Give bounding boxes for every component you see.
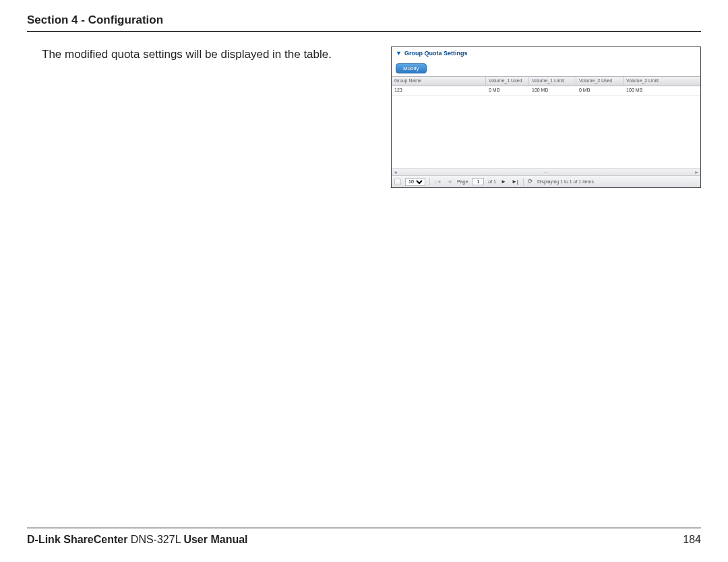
footer-brand-bold: D-Link ShareCenter — [27, 534, 127, 545]
page-input[interactable] — [472, 178, 484, 185]
display-range-label: Displaying 1 to 1 of 1 items — [537, 179, 594, 184]
next-page-icon[interactable]: ► — [500, 179, 507, 185]
col-vol2-limit[interactable]: Volume_2 Limit — [624, 77, 700, 86]
body-text: The modified quota settings will be disp… — [42, 46, 377, 63]
settings-icon[interactable] — [394, 179, 401, 185]
section-title: Section 4 - Configuration — [27, 13, 701, 27]
panel-title: Group Quota Settings — [404, 50, 468, 57]
cell-vol2-used: 0 MB — [576, 86, 624, 95]
modify-button[interactable]: Modify — [396, 63, 427, 73]
page-label: Page — [457, 179, 468, 184]
disclosure-icon[interactable]: ▼ — [396, 51, 402, 57]
cell-vol1-limit: 100 MB — [529, 86, 576, 95]
separator — [429, 178, 430, 186]
scroll-right-icon[interactable]: ► — [694, 170, 699, 175]
refresh-icon[interactable]: ⟳ — [528, 179, 533, 185]
cell-group-name: 123 — [392, 86, 486, 95]
separator — [523, 178, 524, 186]
quota-grid: Group Name Volume_1 Used Volume_1 Limit … — [392, 76, 700, 187]
quota-panel: ▼ Group Quota Settings Modify Group Name… — [391, 46, 701, 188]
panel-title-row: ▼ Group Quota Settings — [392, 47, 700, 59]
pager: 10 |◄ ◄ Page of 1 ► ►| ⟳ Displaying 1 to… — [392, 175, 700, 187]
toolbar: Modify — [392, 59, 700, 76]
cell-vol1-used: 0 MB — [486, 86, 529, 95]
page-header: Section 4 - Configuration — [27, 13, 701, 32]
scroll-track: ··· — [544, 170, 548, 175]
content-row: The modified quota settings will be disp… — [27, 46, 701, 188]
prev-page-icon[interactable]: ◄ — [446, 179, 453, 185]
cell-vol2-limit: 100 MB — [624, 86, 700, 95]
col-vol2-used[interactable]: Volume_2 Used — [576, 77, 624, 86]
footer-model: DNS-327L — [127, 534, 183, 545]
col-vol1-limit[interactable]: Volume_1 Limit — [529, 77, 576, 86]
page-size-select[interactable]: 10 — [405, 178, 425, 186]
col-vol1-used[interactable]: Volume_1 Used — [486, 77, 529, 86]
col-group-name[interactable]: Group Name — [392, 77, 486, 86]
page-number: 184 — [683, 534, 701, 546]
last-page-icon[interactable]: ►| — [511, 179, 519, 185]
grid-body: 123 0 MB 100 MB 0 MB 100 MB — [392, 86, 700, 168]
horizontal-scrollbar[interactable]: ◄ ··· ► — [392, 168, 700, 175]
page-of-label: of 1 — [488, 179, 496, 184]
scroll-left-icon[interactable]: ◄ — [393, 170, 398, 175]
grid-header: Group Name Volume_1 Used Volume_1 Limit … — [392, 77, 700, 86]
footer-brand: D-Link ShareCenter DNS-327L User Manual — [27, 534, 248, 546]
footer-manual-label: User Manual — [183, 534, 247, 545]
first-page-icon[interactable]: |◄ — [434, 179, 442, 185]
table-row[interactable]: 123 0 MB 100 MB 0 MB 100 MB — [392, 86, 700, 96]
page-footer: D-Link ShareCenter DNS-327L User Manual … — [27, 528, 701, 546]
